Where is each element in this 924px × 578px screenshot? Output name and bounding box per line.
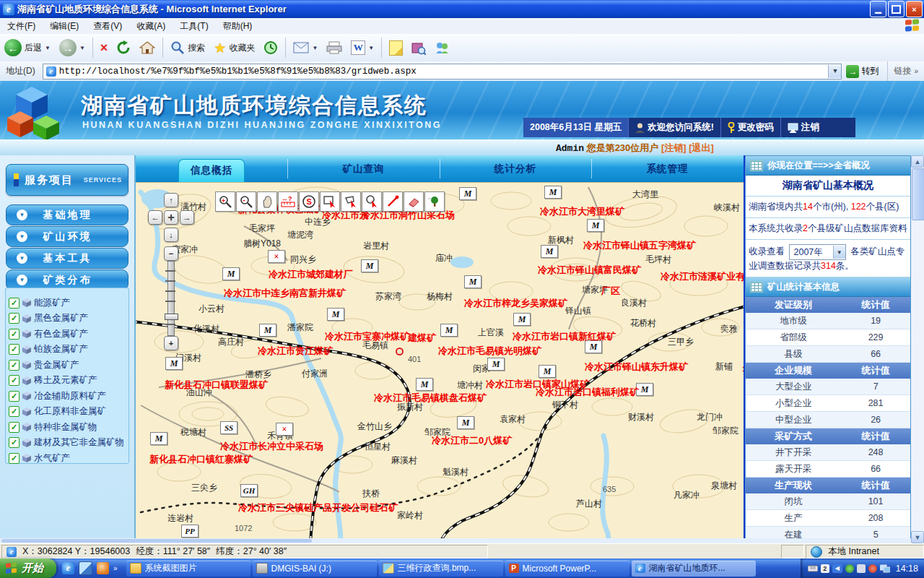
mine-marker[interactable]: M	[361, 259, 378, 272]
layer-checkbox[interactable]: ✓	[9, 406, 19, 417]
window-title-bar[interactable]: e 湖南省矿山地质环境综合信息系统 - Microsoft Internet E…	[0, 0, 924, 18]
print-button[interactable]	[322, 39, 346, 56]
keyboard-icon[interactable]	[808, 564, 818, 573]
alert-icon[interactable]	[868, 564, 877, 573]
minimize-button[interactable]: ▁	[870, 1, 886, 17]
hide-icons-arrow[interactable]: ◀	[832, 564, 842, 573]
layer-checkbox[interactable]: ✓	[9, 298, 19, 309]
layer-item[interactable]: ✓ 水气矿产	[9, 451, 70, 465]
rect-select-icon[interactable]	[320, 191, 340, 212]
layer-item[interactable]: ✓ 有色金属矿产	[9, 327, 88, 341]
start-button[interactable]: 开始	[0, 558, 56, 578]
pan-hand-icon[interactable]	[257, 191, 277, 212]
pan-right-button[interactable]: →	[180, 210, 194, 225]
pan-up-button[interactable]: ↑	[164, 193, 178, 207]
home-button[interactable]	[135, 38, 160, 57]
layer-item[interactable]: ✓ 建材及其它非金属矿物	[9, 436, 124, 450]
pan-left-button[interactable]: ←	[148, 210, 162, 225]
layer-checkbox[interactable]: ✓	[9, 375, 19, 386]
zoom-slider[interactable]	[167, 261, 175, 336]
quicklaunch-desktop-icon[interactable]	[79, 561, 92, 575]
sidebar-nav-button[interactable]: ▼ 基本工具	[6, 248, 128, 269]
mine-marker[interactable]: M	[165, 357, 183, 370]
pan-center-button[interactable]: ✛	[164, 210, 178, 225]
layer-checkbox[interactable]: ✓	[9, 360, 19, 371]
mine-marker[interactable]: M	[541, 245, 558, 258]
sidebar-nav-button[interactable]: ▼ 矿山环境	[6, 226, 128, 247]
mine-marker[interactable]	[396, 348, 404, 355]
mine-marker[interactable]: M	[513, 313, 531, 326]
menu-item[interactable]: 工具(T)	[173, 19, 215, 34]
layer-item[interactable]: ✓ 能源矿产	[9, 296, 70, 310]
measure-distance-icon[interactable]: ↔?	[278, 191, 298, 212]
stop-button[interactable]: ×	[96, 40, 113, 56]
quicklaunch-ie-icon[interactable]: e	[62, 562, 74, 574]
mine-marker[interactable]: ×	[268, 250, 285, 263]
task-button[interactable]: 系统截图图片	[126, 561, 250, 577]
mine-marker[interactable]: M	[464, 275, 481, 288]
pan-down-button[interactable]: ↓	[164, 228, 178, 242]
mine-marker[interactable]: M	[587, 219, 604, 232]
mine-marker[interactable]: M	[457, 416, 474, 429]
layer-item[interactable]: ✓ 冶金辅助原料矿产	[9, 389, 106, 403]
zoom-minus-button[interactable]: −	[164, 246, 178, 261]
layer-checkbox[interactable]: ✓	[9, 344, 19, 355]
maximize-button[interactable]	[888, 1, 905, 17]
edit-word-button[interactable]: W ▼	[346, 38, 378, 57]
layer-item[interactable]: ✓ 特种非金属矿物	[9, 420, 97, 434]
notes-button[interactable]	[385, 38, 407, 58]
forward-button[interactable]: → ▼	[55, 37, 90, 59]
search-button[interactable]: 搜索	[166, 38, 209, 57]
layer-item[interactable]: ✓ 贵金属矿产	[9, 358, 79, 372]
year-select-arrow-icon[interactable]: ▼	[833, 246, 845, 259]
mine-marker[interactable]: M	[539, 365, 556, 378]
legend-tree-icon[interactable]: ⌐	[424, 191, 445, 212]
task-button[interactable]: DMGIS-BAI (J:)	[253, 561, 377, 577]
security-shield-icon[interactable]	[845, 564, 854, 573]
mine-marker[interactable]: M	[259, 324, 276, 337]
exit-text-link[interactable]: [退出]	[689, 142, 714, 153]
mine-marker[interactable]: PP	[181, 525, 199, 538]
refresh-button[interactable]	[112, 38, 135, 57]
address-input[interactable]: e http://localhost/%e7%9f%bf%e5%b1%b1%e5…	[43, 64, 842, 79]
mine-marker[interactable]: SS	[220, 421, 237, 434]
hscroll-thumb[interactable]	[1, 539, 312, 543]
mine-marker[interactable]: M	[416, 378, 433, 391]
layer-item[interactable]: ✓ 铂族金属矿产	[9, 342, 88, 357]
layer-item[interactable]: ✓ 黑色金属矿产	[9, 311, 88, 326]
mine-marker[interactable]: ×	[737, 363, 744, 375]
layer-checkbox[interactable]: ✓	[9, 313, 19, 324]
zoom-plus-button[interactable]: +	[164, 336, 178, 350]
menu-item[interactable]: 查看(V)	[86, 19, 129, 34]
page-vertical-scrollbar[interactable]: ▲ ▼	[911, 155, 924, 543]
task-button[interactable]: P Microsoft PowerP...	[505, 561, 629, 577]
sidebar-nav-button[interactable]: ▼ 基础地理	[6, 204, 128, 225]
menu-item[interactable]: 帮助(H)	[216, 19, 260, 34]
mine-marker[interactable]: GH	[240, 484, 258, 497]
favorites-button[interactable]: ★ 收藏夹	[209, 38, 259, 59]
polygon-select-icon[interactable]	[341, 191, 361, 212]
map-tab[interactable]: 系统管理	[592, 155, 744, 182]
scroll-thumb[interactable]	[912, 168, 924, 220]
quicklaunch-overflow[interactable]: »	[113, 564, 118, 572]
layer-checkbox[interactable]: ✓	[9, 453, 19, 464]
zoom-slider-thumb[interactable]	[165, 314, 178, 320]
zoom-in-icon[interactable]: +	[215, 191, 235, 212]
task-button[interactable]: 三维行政查询.bmp...	[379, 561, 503, 577]
scale-s-icon[interactable]: S	[299, 191, 319, 212]
mine-marker[interactable]: M	[440, 324, 458, 337]
layer-checkbox[interactable]: ✓	[9, 437, 19, 448]
layer-item[interactable]: ✓ 化工原料非金属矿	[9, 405, 106, 419]
mine-marker[interactable]: M	[222, 267, 240, 280]
quicklaunch-media-icon[interactable]	[97, 562, 109, 574]
scroll-up-button[interactable]: ▲	[911, 155, 924, 168]
mine-marker[interactable]: M	[327, 308, 344, 321]
layer-item[interactable]: ✓ 稀土及元素矿产	[9, 374, 97, 388]
layer-checkbox[interactable]: ✓	[9, 329, 19, 340]
logout-text-link[interactable]: [注销]	[661, 142, 687, 153]
network-icon[interactable]	[880, 564, 890, 573]
mine-marker[interactable]: M	[150, 432, 167, 445]
menu-item[interactable]: 文件(F)	[0, 19, 43, 34]
map-canvas[interactable]: 满竹村毛家坪腊树Y018塘泥湾中连乡岩里村蜜家冲同兴乡庙冲小云村苏家湾杨梅村大湾…	[136, 182, 744, 544]
circle-select-icon[interactable]	[362, 191, 382, 212]
